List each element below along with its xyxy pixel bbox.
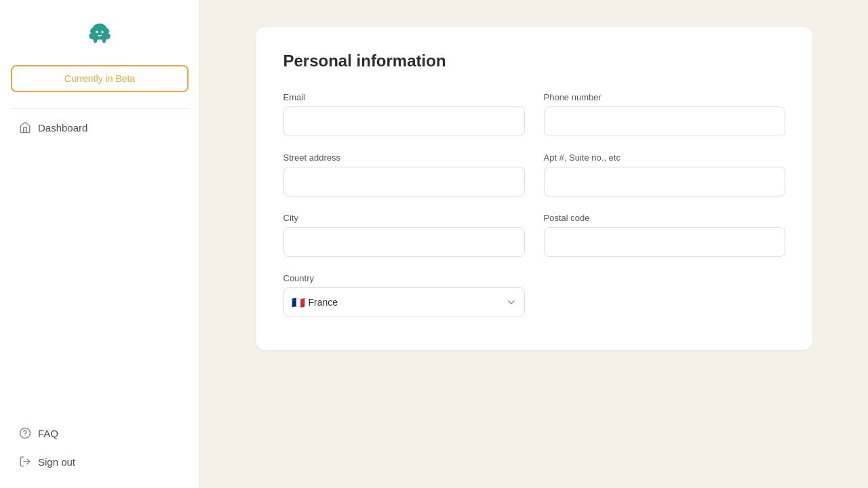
app-logo	[83, 19, 116, 52]
sidebar-item-signout[interactable]: Sign out	[11, 449, 189, 474]
logo-container	[11, 14, 189, 65]
signout-label: Sign out	[38, 456, 75, 468]
form-title: Personal information	[283, 52, 785, 70]
country-label: Country	[283, 273, 525, 283]
city-label: City	[283, 213, 525, 223]
dashboard-label: Dashboard	[38, 122, 87, 134]
email-label: Email	[283, 92, 525, 102]
street-input[interactable]	[283, 167, 525, 197]
street-label: Street address	[283, 152, 525, 163]
country-group: Country 🇫🇷 France Germany United Kingdom…	[283, 273, 525, 317]
postal-input[interactable]	[544, 227, 785, 257]
help-circle-icon	[19, 427, 31, 439]
sidebar-item-dashboard[interactable]: Dashboard	[11, 115, 189, 140]
apt-group: Apt #, Suite no., etc	[544, 152, 785, 197]
city-group: City	[283, 213, 525, 257]
sidebar: Currently in Beta Dashboard FAQ	[0, 0, 200, 488]
postal-group: Postal code	[544, 213, 785, 257]
phone-group: Phone number	[544, 92, 785, 136]
country-select-wrapper: 🇫🇷 France Germany United Kingdom Spain I…	[283, 287, 525, 317]
sidebar-bottom: FAQ Sign out	[11, 420, 189, 474]
city-input[interactable]	[283, 227, 525, 257]
postal-label: Postal code	[544, 213, 785, 223]
svg-point-0	[96, 31, 98, 33]
home-icon	[19, 121, 31, 134]
phone-input[interactable]	[544, 106, 785, 136]
beta-button[interactable]: Currently in Beta	[11, 65, 189, 92]
phone-label: Phone number	[544, 92, 785, 102]
email-input[interactable]	[283, 106, 525, 136]
apt-input[interactable]	[544, 167, 785, 197]
sign-out-icon	[19, 455, 31, 468]
nav-divider	[11, 108, 189, 109]
svg-point-1	[101, 31, 103, 33]
main-content: Personal information Email Phone number …	[200, 0, 868, 488]
country-select[interactable]: France Germany United Kingdom Spain Ital…	[283, 287, 525, 317]
faq-label: FAQ	[38, 428, 58, 439]
apt-label: Apt #, Suite no., etc	[544, 152, 785, 163]
form-grid: Email Phone number Street address Apt #,…	[283, 92, 785, 317]
email-group: Email	[283, 92, 525, 136]
sidebar-item-faq[interactable]: FAQ	[11, 420, 189, 446]
personal-info-card: Personal information Email Phone number …	[256, 27, 812, 350]
street-group: Street address	[283, 152, 525, 197]
main-nav: Dashboard	[11, 115, 189, 140]
